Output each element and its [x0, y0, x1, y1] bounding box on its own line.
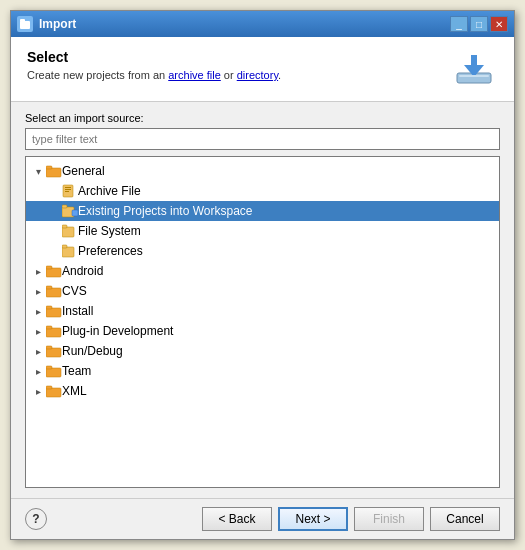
svg-rect-26 — [46, 326, 52, 329]
folder-icon-team — [46, 364, 62, 378]
file-icon-filesystem — [62, 224, 78, 238]
label-team: Team — [62, 364, 91, 378]
expander-xml[interactable] — [30, 381, 46, 401]
folder-icon-plugin-dev — [46, 324, 62, 338]
archive-file-link[interactable]: archive file — [168, 69, 221, 81]
file-icon-archive — [62, 184, 78, 198]
minimize-button[interactable]: _ — [450, 16, 468, 32]
expander-existing — [46, 201, 62, 221]
tree-item-plugin-dev[interactable]: Plug-in Development — [26, 321, 499, 341]
finish-button[interactable]: Finish — [354, 507, 424, 531]
label-preferences: Preferences — [78, 244, 143, 258]
tree-item-archive-file[interactable]: Archive File — [26, 181, 499, 201]
header-title: Select — [27, 49, 281, 65]
svg-rect-22 — [46, 286, 52, 289]
maximize-button[interactable]: □ — [470, 16, 488, 32]
svg-rect-6 — [46, 168, 61, 177]
svg-rect-17 — [62, 247, 74, 257]
directory-link[interactable]: directory — [237, 69, 278, 81]
header-description: Create new projects from an archive file… — [27, 69, 281, 81]
folder-icon-cvs — [46, 284, 62, 298]
file-icon-existing — [62, 204, 78, 218]
svg-rect-21 — [46, 288, 61, 297]
svg-rect-10 — [65, 189, 71, 190]
svg-rect-15 — [62, 227, 74, 237]
tree-item-team[interactable]: Team — [26, 361, 499, 381]
close-button[interactable]: ✕ — [490, 16, 508, 32]
svg-rect-29 — [46, 368, 61, 377]
import-icon-svg — [453, 51, 495, 87]
filter-label: Select an import source: — [25, 112, 500, 124]
folder-icon-general — [46, 164, 62, 178]
tree-item-cvs[interactable]: CVS — [26, 281, 499, 301]
folder-icon-xml — [46, 384, 62, 398]
label-cvs: CVS — [62, 284, 87, 298]
svg-rect-20 — [46, 266, 52, 269]
svg-rect-27 — [46, 348, 61, 357]
svg-rect-30 — [46, 366, 52, 369]
svg-rect-28 — [46, 346, 52, 349]
filter-input[interactable] — [25, 128, 500, 150]
label-archive-file: Archive File — [78, 184, 141, 198]
window-icon — [17, 16, 33, 32]
folder-icon-android — [46, 264, 62, 278]
expander-cvs[interactable] — [30, 281, 46, 301]
svg-rect-18 — [62, 245, 67, 248]
svg-rect-11 — [65, 191, 69, 192]
expander-file-system — [46, 221, 62, 241]
tree-item-xml[interactable]: XML — [26, 381, 499, 401]
svg-rect-1 — [20, 19, 25, 22]
label-android: Android — [62, 264, 103, 278]
svg-rect-25 — [46, 328, 61, 337]
header-icon — [450, 49, 498, 89]
header-section: Select Create new projects from an archi… — [11, 37, 514, 102]
svg-rect-7 — [46, 166, 52, 169]
file-icon-preferences — [62, 244, 78, 258]
expander-plugin-dev[interactable] — [30, 321, 46, 341]
svg-rect-9 — [65, 187, 71, 188]
tree-item-install[interactable]: Install — [26, 301, 499, 321]
label-install: Install — [62, 304, 93, 318]
expander-android[interactable] — [30, 261, 46, 281]
expander-general[interactable] — [30, 161, 46, 181]
tree-item-android[interactable]: Android — [26, 261, 499, 281]
label-run-debug: Run/Debug — [62, 344, 123, 358]
next-button[interactable]: Next > — [278, 507, 348, 531]
label-plugin-dev: Plug-in Development — [62, 324, 173, 338]
label-xml: XML — [62, 384, 87, 398]
footer-left: ? — [25, 508, 47, 530]
tree-item-run-debug[interactable]: Run/Debug — [26, 341, 499, 361]
svg-rect-19 — [46, 268, 61, 277]
main-content: Select an import source: General — [11, 102, 514, 498]
tree-item-preferences[interactable]: Preferences — [26, 241, 499, 261]
tree-container[interactable]: General Archive File — [25, 156, 500, 488]
back-button[interactable]: < Back — [202, 507, 272, 531]
title-buttons: _ □ ✕ — [450, 16, 508, 32]
title-bar: Import _ □ ✕ — [11, 11, 514, 37]
svg-rect-31 — [46, 388, 61, 397]
label-general: General — [62, 164, 105, 178]
cancel-button[interactable]: Cancel — [430, 507, 500, 531]
tree-item-general[interactable]: General — [26, 161, 499, 181]
label-existing-projects: Existing Projects into Workspace — [78, 204, 253, 218]
expander-archive — [46, 181, 62, 201]
expander-run-debug[interactable] — [30, 341, 46, 361]
expander-team[interactable] — [30, 361, 46, 381]
label-file-system: File System — [78, 224, 141, 238]
svg-rect-5 — [459, 75, 489, 77]
footer: ? < Back Next > Finish Cancel — [11, 498, 514, 539]
tree-item-existing-projects[interactable]: Existing Projects into Workspace — [26, 201, 499, 221]
svg-rect-23 — [46, 308, 61, 317]
window-title: Import — [39, 17, 76, 31]
expander-install[interactable] — [30, 301, 46, 321]
svg-rect-0 — [20, 21, 30, 29]
header-text: Select Create new projects from an archi… — [27, 49, 281, 81]
expander-preferences — [46, 241, 62, 261]
tree-item-file-system[interactable]: File System — [26, 221, 499, 241]
folder-icon-run-debug — [46, 344, 62, 358]
footer-right: < Back Next > Finish Cancel — [202, 507, 500, 531]
svg-rect-16 — [62, 225, 67, 228]
help-button[interactable]: ? — [25, 508, 47, 530]
folder-icon-install — [46, 304, 62, 318]
svg-rect-13 — [62, 205, 67, 208]
